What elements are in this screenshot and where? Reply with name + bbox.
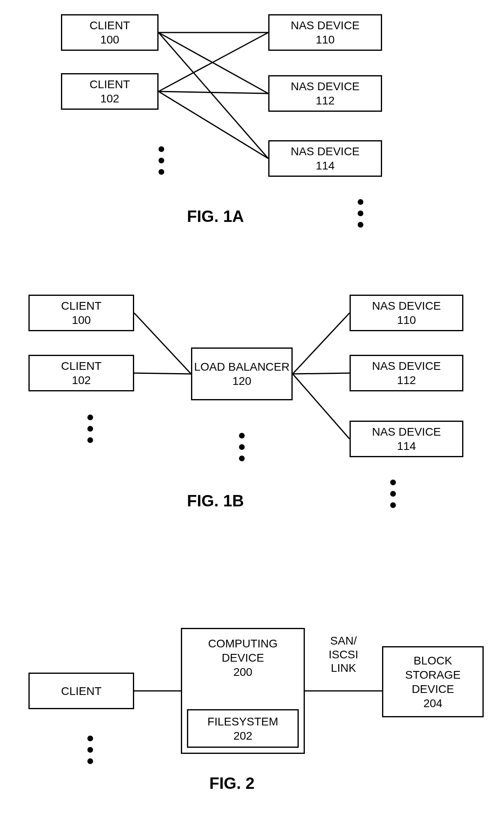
fig2-computing-device: COMPUTING DEVICE 200 FILESYSTEM 202 — [181, 628, 305, 754]
box-id: 102 — [72, 373, 91, 387]
fig1b-nas-110: NAS DEVICE 110 — [350, 295, 463, 331]
svg-line-6 — [134, 313, 191, 374]
box-name: NAS DEVICE — [291, 144, 360, 158]
box-id: 114 — [316, 158, 335, 173]
fig1b-nas-114: NAS DEVICE 114 — [350, 421, 463, 457]
fig1a-client-100: CLIENT 100 — [61, 14, 159, 51]
fig2-block-storage: BLOCK STORAGE DEVICE 204 — [382, 646, 484, 717]
box-name: COMPUTING DEVICE — [190, 636, 296, 665]
box-name: NAS DEVICE — [372, 299, 441, 313]
svg-line-10 — [293, 374, 350, 439]
fig1a-label: FIG. 1A — [187, 207, 244, 226]
svg-line-2 — [159, 33, 268, 158]
box-id: 110 — [316, 33, 335, 47]
box-id: 102 — [100, 91, 119, 106]
vdots-icon — [239, 433, 245, 461]
box-name: NAS DEVICE — [291, 18, 360, 33]
box-id: 202 — [233, 729, 252, 743]
fig1b-label: FIG. 1B — [187, 492, 244, 510]
box-id: 120 — [232, 374, 252, 388]
fig2-link-label: SAN/ ISCSI LINK — [315, 634, 372, 675]
fig2-client: CLIENT — [28, 673, 134, 709]
box-id: 200 — [233, 665, 252, 679]
fig1b-nas-112: NAS DEVICE 112 — [350, 355, 463, 391]
box-id: 100 — [72, 313, 91, 327]
box-name: CLIENT — [61, 684, 102, 698]
fig1a-client-102: CLIENT 102 — [61, 73, 159, 110]
vdots-icon — [390, 480, 396, 508]
fig1a-nas-114: NAS DEVICE 114 — [268, 140, 382, 177]
fig1b-client-100: CLIENT 100 — [28, 295, 134, 331]
fig1a-nas-110: NAS DEVICE 110 — [268, 14, 382, 51]
vdots-icon — [358, 199, 363, 228]
link-label-line: ISCSI — [315, 648, 372, 662]
box-id: 112 — [397, 373, 416, 387]
fig1b-load-balancer: LOAD BALANCER 120 — [191, 347, 293, 400]
svg-line-1 — [159, 33, 268, 93]
link-label-line: LINK — [315, 661, 372, 675]
link-label-line: SAN/ — [315, 634, 372, 648]
svg-line-9 — [293, 373, 350, 374]
box-id: 100 — [100, 33, 119, 47]
box-name: NAS DEVICE — [291, 79, 360, 93]
box-id: 110 — [397, 313, 416, 327]
fig1b-client-102: CLIENT 102 — [28, 355, 134, 391]
fig2-filesystem: FILESYSTEM 202 — [187, 709, 299, 748]
vdots-icon — [87, 736, 93, 764]
box-name: CLIENT — [61, 359, 102, 373]
box-name: CLIENT — [61, 299, 102, 313]
box-name: CLIENT — [89, 77, 130, 91]
box-id: 114 — [397, 439, 416, 453]
svg-line-4 — [159, 91, 268, 93]
svg-line-8 — [293, 313, 350, 374]
svg-line-5 — [159, 91, 268, 158]
fig1a-nas-112: NAS DEVICE 112 — [268, 75, 382, 112]
box-name: LOAD BALANCER — [194, 360, 290, 374]
fig2-label: FIG. 2 — [209, 774, 254, 792]
vdots-icon — [87, 415, 93, 443]
box-id: 112 — [316, 93, 335, 108]
vdots-icon — [159, 146, 164, 175]
box-name: NAS DEVICE — [372, 359, 441, 373]
box-name: FILESYSTEM — [207, 714, 278, 729]
box-name: BLOCK STORAGE DEVICE — [390, 653, 476, 696]
box-id: 204 — [424, 696, 443, 710]
box-name: CLIENT — [89, 18, 130, 33]
svg-line-3 — [159, 33, 268, 91]
box-name: NAS DEVICE — [372, 425, 441, 439]
svg-line-7 — [134, 373, 191, 374]
